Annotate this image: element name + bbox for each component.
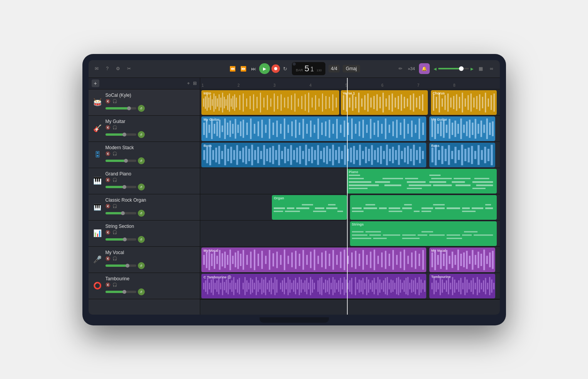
slider-knob-organ[interactable] <box>121 211 125 215</box>
track-end-btn-strings[interactable]: ↺ <box>138 236 145 243</box>
clip-guitar-chorus[interactable]: My Guitar <box>429 116 495 141</box>
add-track-button[interactable]: + <box>92 79 99 87</box>
svg-rect-557 <box>448 278 449 294</box>
clip-socal-intro[interactable]: Intro <box>201 90 339 115</box>
mute-icon-stack[interactable]: 🔇 <box>106 152 110 156</box>
slider-knob-strings[interactable] <box>123 238 127 241</box>
track-header-guitar[interactable]: 🎸 My Guitar 🔇 🎧 <box>89 116 200 142</box>
track-header-organ[interactable]: 🎹 Classic Rock Organ 🔇 🎧 <box>89 194 200 221</box>
slider-knob-stack[interactable] <box>124 159 128 163</box>
slider-knob-piano[interactable] <box>122 185 126 189</box>
track-header-strings[interactable]: 📊 String Section 🔇 🎧 <box>89 221 200 247</box>
volume-slider-socal[interactable] <box>106 107 136 109</box>
track-end-btn-vocal[interactable]: ↺ <box>138 262 145 269</box>
clip-piano-main[interactable]: Piano <box>347 169 497 194</box>
mute-icon-guitar[interactable]: 🔇 <box>106 125 110 130</box>
track-row-socal[interactable]: Intro <box>200 89 500 116</box>
headphone-icon-tambourine[interactable]: 🎧 <box>112 283 117 287</box>
clip-tambourine-chorus[interactable]: Tambourine <box>429 274 495 298</box>
grid-icon[interactable]: ▦ <box>477 65 484 72</box>
track-header-modern-stack[interactable]: 🎛 Modern Stack 🔇 🎧 <box>89 142 200 168</box>
volume-slider-stack[interactable] <box>106 160 136 162</box>
loop-button[interactable]: ↻ <box>281 65 289 72</box>
rewind-button[interactable]: ⏪ <box>228 65 237 72</box>
tuner-icon[interactable]: 🔔 <box>419 63 430 74</box>
volume-slider-piano[interactable] <box>106 186 136 188</box>
clip-vocal-chorus[interactable]: My Vocal <box>429 248 495 272</box>
clip-strings-chorus[interactable]: Strings <box>350 221 497 246</box>
headphone-icon-vocal[interactable]: 🎧 <box>112 256 117 261</box>
svg-rect-105 <box>222 125 223 132</box>
settings-icon[interactable]: ⚙ <box>115 65 122 72</box>
track-header-socal[interactable]: 🥁 SoCal (Kyle) 🔇 🎧 <box>89 89 200 116</box>
volume-slider-vocal[interactable] <box>106 264 136 267</box>
key-signature[interactable]: Gmaj <box>343 65 360 72</box>
timeline-area[interactable]: 1 2 3 4 5 6 7 8 <box>200 78 500 315</box>
track-header-vocal[interactable]: 🎤 My Vocal 🔇 🎧 <box>89 247 200 273</box>
track-row-strings[interactable]: Strings <box>200 221 500 247</box>
clip-socal-verse1[interactable]: Verse 1 <box>341 90 428 115</box>
track-row-stack[interactable]: Bass <box>200 142 500 168</box>
track-row-organ[interactable]: Organ <box>200 194 500 221</box>
mute-icon-piano[interactable]: 🔇 <box>106 178 110 182</box>
clip-bass-chorus[interactable]: Bass <box>429 143 495 167</box>
track-row-tambourine[interactable]: C Tambourine ⓒ <box>200 273 500 299</box>
track-header-tambourine[interactable]: ⭕ Tambourine 🔇 🎧 <box>89 273 200 299</box>
volume-knob[interactable] <box>459 66 464 71</box>
track-row-guitar[interactable]: My Guitar <box>200 116 500 142</box>
headphone-icon-strings[interactable]: 🎧 <box>112 230 117 234</box>
headphone-icon-socal[interactable]: 🎧 <box>112 99 117 103</box>
volume-slider-guitar[interactable] <box>106 133 136 136</box>
track-header-icon-1[interactable]: ⌖ <box>187 81 190 86</box>
svg-rect-240 <box>371 145 373 165</box>
track-end-btn-tambourine[interactable]: ↺ <box>138 288 145 295</box>
slider-knob-guitar[interactable] <box>122 133 126 136</box>
track-end-btn-organ[interactable]: ↺ <box>138 210 145 217</box>
mail-icon[interactable]: ✉ <box>93 65 100 72</box>
clip-organ-verse[interactable]: Organ <box>272 195 347 220</box>
volume-slider-track[interactable] <box>438 68 469 69</box>
track-row-piano[interactable]: Piano <box>200 168 500 194</box>
clip-tambourine-main[interactable]: C Tambourine ⓒ <box>201 274 426 298</box>
record-button[interactable] <box>271 64 280 73</box>
clip-socal-chorus[interactable]: Chorus <box>431 90 497 115</box>
fast-forward-button[interactable]: ⏩ <box>239 65 248 72</box>
headphone-icon-organ[interactable]: 🎧 <box>112 204 117 208</box>
headphone-icon-guitar[interactable]: 🎧 <box>112 125 117 130</box>
headphone-icon-stack[interactable]: 🎧 <box>112 152 117 156</box>
volume-slider-organ[interactable] <box>106 212 136 214</box>
loop-region-icon[interactable]: ∞ <box>488 65 495 72</box>
skip-end-button[interactable]: ⏭ <box>250 65 258 72</box>
clip-guitar-main[interactable]: My Guitar <box>201 116 426 141</box>
pencil-icon[interactable]: ✏ <box>397 65 404 72</box>
track-end-btn-stack[interactable]: ↺ <box>138 157 145 164</box>
scissors-icon[interactable]: ✂ <box>126 65 132 72</box>
clip-bass-main[interactable]: Bass <box>201 143 426 167</box>
mute-icon-vocal[interactable]: 🔇 <box>106 256 110 261</box>
clip-organ-chorus[interactable] <box>350 195 497 220</box>
master-volume-control[interactable]: ◀ ▶ <box>434 67 474 71</box>
mute-icon-organ[interactable]: 🔇 <box>106 204 110 208</box>
track-end-btn-guitar[interactable]: ↺ <box>138 131 145 138</box>
slider-knob-tambourine[interactable] <box>122 290 126 294</box>
track-row-vocal[interactable]: My Vocal <box>200 247 500 273</box>
mute-icon-strings[interactable]: 🔇 <box>106 230 110 234</box>
volume-slider-strings[interactable] <box>106 238 136 241</box>
volume-slider-tambourine[interactable] <box>106 291 136 293</box>
mute-icon-socal[interactable]: 🔇 <box>106 99 110 103</box>
time-signature[interactable]: 4/4 <box>328 65 340 72</box>
track-header-piano[interactable]: 🎹 Grand Piano 🔇 🎧 <box>89 168 200 194</box>
track-end-btn-piano[interactable]: ↺ <box>138 184 145 190</box>
svg-rect-542 <box>413 280 414 292</box>
help-icon[interactable]: ? <box>104 65 111 72</box>
clip-vocal-main[interactable]: My Vocal <box>201 248 426 272</box>
track-header-icon-2[interactable]: ⊞ <box>193 81 197 86</box>
playhead[interactable] <box>347 78 348 315</box>
headphone-icon-piano[interactable]: 🎧 <box>112 178 117 182</box>
mute-icon-tambourine[interactable]: 🔇 <box>106 283 110 287</box>
slider-knob-socal[interactable] <box>127 106 131 110</box>
svg-rect-333 <box>383 234 400 236</box>
track-end-btn-socal[interactable]: ↺ <box>138 105 145 112</box>
slider-knob-vocal[interactable] <box>126 264 129 268</box>
play-button[interactable]: ▶ <box>259 63 270 74</box>
